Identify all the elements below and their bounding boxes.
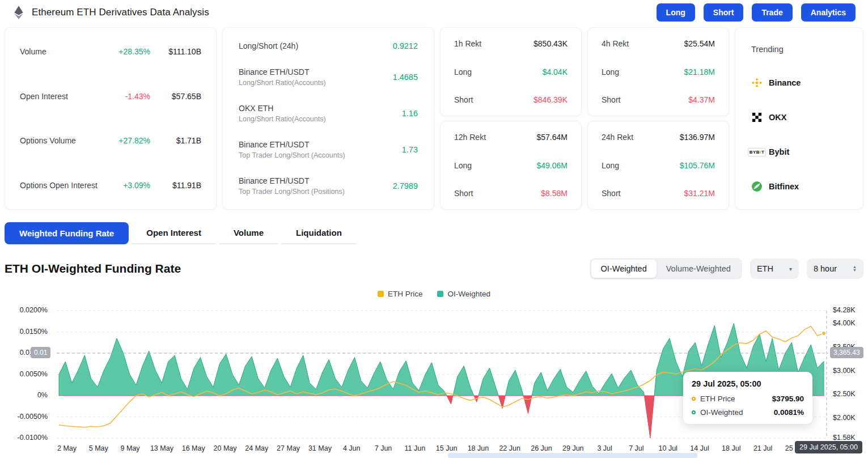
toggle-oi-weighted[interactable]: OI-Weighted bbox=[591, 260, 657, 278]
legend-label: OI-Weighted bbox=[447, 290, 490, 298]
ratio-value: 0.9212 bbox=[393, 41, 418, 50]
rekt-long-label: Long bbox=[454, 67, 472, 77]
rekt-total: $57.64M bbox=[537, 133, 568, 142]
tab-weighted-funding-rate[interactable]: Weighted Funding Rate bbox=[5, 222, 129, 244]
y-axis-tick-left: 0% bbox=[37, 391, 48, 400]
stat-label: Options Open Interest bbox=[20, 181, 104, 190]
crosshair-left-badge: 0.01 bbox=[31, 347, 50, 358]
eth-price-marker bbox=[378, 291, 384, 297]
rekt-title: 4h Rekt bbox=[602, 39, 629, 48]
ratio-row: Long/Short (24h) 0.9212 bbox=[239, 41, 418, 50]
tab-volume[interactable]: Volume bbox=[219, 222, 278, 244]
y-axis-tick-right: $2.50K bbox=[833, 390, 856, 398]
header-actions: Long Short Trade Analytics bbox=[657, 3, 857, 22]
rekt-total: $136.97M bbox=[680, 133, 715, 142]
short-button[interactable]: Short bbox=[704, 3, 744, 22]
stat-label: Options Volume bbox=[20, 136, 104, 145]
rekt-title: 1h Rekt bbox=[454, 39, 481, 48]
x-axis-tick: 18 Jun bbox=[468, 444, 489, 452]
chart-tooltip: 29 Jul 2025, 05:00 ETH Price $3795.90 OI… bbox=[683, 372, 812, 424]
y-axis-tick-right: $3.00K bbox=[833, 367, 856, 375]
x-axis-tick: 21 Jul bbox=[753, 444, 772, 452]
x-axis-tick: 5 May bbox=[89, 444, 108, 452]
rekt-long-value: $21.18M bbox=[684, 67, 715, 77]
tab-open-interest[interactable]: Open Interest bbox=[132, 222, 216, 244]
rekt-column-left: 1h Rekt $850.43K Long $4.04K Short $846.… bbox=[440, 27, 582, 210]
chart-range-brush[interactable] bbox=[448, 453, 697, 458]
tooltip-value: $3795.90 bbox=[772, 395, 804, 403]
chart-tabs: Weighted Funding Rate Open Interest Volu… bbox=[5, 222, 863, 244]
chart-title: ETH OI-Weighted Funding Rate bbox=[5, 262, 181, 275]
trending-item-bybit[interactable]: BYBIT Bybit bbox=[751, 146, 847, 158]
interval-select[interactable]: 8 hour ▲▼ bbox=[807, 258, 863, 279]
analytics-button[interactable]: Analytics bbox=[801, 3, 856, 22]
stats-cards-row: Volume +28.35% $111.10B Open Interest -1… bbox=[0, 25, 868, 210]
y-axis-tick-left: 0.0050% bbox=[20, 370, 48, 379]
rekt-card-24h: 24h Rekt $136.97M Long $105.76M Short $3… bbox=[587, 121, 729, 210]
ratio-sublabel: Long/Short Ratio(Accounts) bbox=[239, 115, 402, 123]
crosshair-right-badge: 3,365.43 bbox=[830, 347, 863, 358]
rekt-short-value: $8.58M bbox=[541, 189, 568, 198]
eth-price-dot-icon bbox=[692, 397, 696, 401]
y-axis-tick-left: 0.0200% bbox=[20, 306, 48, 315]
tooltip-row-oi-weighted: OI-Weighted 0.0081% bbox=[692, 408, 804, 417]
rekt-long-value: $105.76M bbox=[680, 161, 715, 170]
crosshair-time-badge: 29 Jul 2025, 05:00 bbox=[795, 441, 862, 453]
stat-value: $1.71B bbox=[150, 136, 201, 145]
rekt-long-label: Long bbox=[454, 161, 472, 170]
market-stats-card: Volume +28.35% $111.10B Open Interest -1… bbox=[5, 27, 217, 210]
rekt-title: 24h Rekt bbox=[602, 133, 633, 142]
trade-button[interactable]: Trade bbox=[752, 3, 792, 22]
symbol-select[interactable]: ETH ▾ bbox=[750, 258, 799, 279]
x-axis-tick: 31 May bbox=[308, 444, 332, 452]
x-axis-tick: 20 May bbox=[214, 444, 237, 452]
x-axis-tick: 2 May bbox=[57, 444, 77, 452]
trending-item-okx[interactable]: OKX bbox=[751, 112, 847, 123]
chart-section-header: ETH OI-Weighted Funding Rate OI-Weighted… bbox=[5, 258, 863, 279]
x-axis-tick: 26 Jun bbox=[531, 444, 552, 452]
trending-item-label: Bybit bbox=[769, 147, 789, 156]
long-button[interactable]: Long bbox=[657, 3, 695, 22]
rekt-short-label: Short bbox=[454, 95, 473, 104]
trending-item-bitfinex[interactable]: Bitfinex bbox=[751, 181, 847, 192]
stat-change: +27.82% bbox=[104, 136, 150, 145]
x-axis: 2 May5 May9 May13 May16 May20 May24 May2… bbox=[0, 443, 868, 455]
ratio-row: OKX ETH Long/Short Ratio(Accounts) 1.16 bbox=[239, 104, 418, 123]
x-axis-tick: 9 May bbox=[121, 444, 140, 452]
stat-value: $57.65B bbox=[150, 92, 201, 101]
x-axis-tick: 24 May bbox=[245, 444, 268, 452]
toggle-volume-weighted[interactable]: Volume-Weighted bbox=[657, 260, 740, 278]
funding-rate-chart[interactable]: 0.0200%0.0150%0.0100%0.0050%0%-0.0050%-0… bbox=[0, 305, 868, 458]
x-axis-tick: 15 Jun bbox=[436, 444, 458, 452]
legend-oi-weighted[interactable]: OI-Weighted bbox=[437, 290, 490, 298]
y-axis-tick-right: $2.00K bbox=[833, 414, 856, 422]
ethereum-logo bbox=[11, 5, 26, 20]
stat-value: $111.10B bbox=[150, 47, 201, 56]
bybit-icon: BYBIT bbox=[751, 146, 763, 158]
rekt-short-value: $4.37M bbox=[688, 95, 715, 104]
rekt-long-label: Long bbox=[602, 67, 619, 77]
tooltip-label: OI-Weighted bbox=[700, 408, 743, 417]
x-axis-tick: 7 Jul bbox=[629, 444, 643, 452]
rekt-total: $25.54M bbox=[684, 39, 715, 48]
tab-liquidation[interactable]: Liquidation bbox=[281, 222, 357, 244]
ratio-label: OKX ETH bbox=[239, 104, 402, 113]
page-title: Ethereum ETH Derivatives Data Analysis bbox=[32, 7, 209, 18]
y-axis-tick-left: -0.0100% bbox=[17, 434, 48, 442]
y-axis-tick-left: 0.0150% bbox=[20, 328, 48, 336]
x-axis-tick: 10 Jul bbox=[659, 444, 678, 452]
rekt-card-12h: 12h Rekt $57.64M Long $49.06M Short $8.5… bbox=[440, 121, 582, 210]
y-axis-tick-left: -0.0050% bbox=[17, 413, 48, 421]
trending-item-label: Bitfinex bbox=[769, 182, 799, 191]
ratio-label: Binance ETH/USDT bbox=[239, 140, 402, 149]
okx-icon bbox=[751, 112, 763, 123]
x-axis-tick: 3 Jul bbox=[597, 444, 612, 452]
ratio-value: 1.16 bbox=[402, 109, 418, 118]
chevron-down-icon: ▾ bbox=[789, 266, 792, 272]
rekt-long-value: $49.06M bbox=[537, 161, 568, 170]
trending-card: Trending Binance OKX BYBIT Bybit bbox=[735, 27, 863, 210]
chart-legend: ETH Price OI-Weighted bbox=[0, 290, 868, 298]
trending-item-binance[interactable]: Binance bbox=[751, 77, 847, 88]
legend-eth-price[interactable]: ETH Price bbox=[378, 290, 423, 298]
ratio-row: Binance ETH/USDT Top Trader Long/Short (… bbox=[239, 176, 418, 196]
